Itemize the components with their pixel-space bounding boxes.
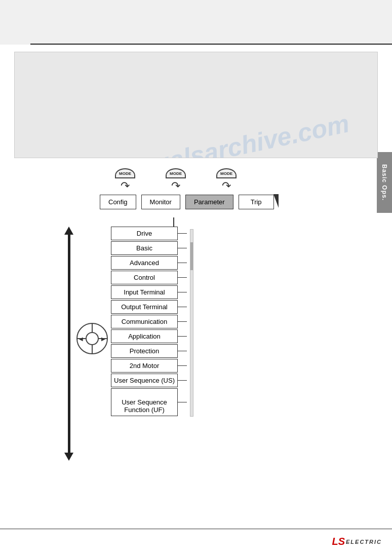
menu-row-basic: Basic <box>111 241 187 255</box>
menu-row-input-terminal: Input Terminal <box>111 285 187 299</box>
menu-line-user-seq-us <box>178 380 187 381</box>
mode-icon-1: MODE <box>115 168 135 178</box>
param-connector <box>173 217 174 227</box>
scroll-indicator <box>64 227 73 461</box>
mode-icon-2: MODE <box>166 168 186 178</box>
menu-item-output-terminal[interactable]: Output Terminal <box>111 300 178 314</box>
top-bar-line <box>30 44 392 45</box>
menu-line-application <box>178 336 187 337</box>
scroll-up-arrow <box>64 227 73 235</box>
nav-boxes-row: Config Monitor Parameter Trip <box>100 195 378 209</box>
mode-icon-3: MODE <box>216 168 237 178</box>
menu-item-control[interactable]: Control <box>111 271 178 284</box>
content-box: manualsarchive.com <box>14 52 378 158</box>
menu-items-column: Drive Basic Advanced <box>111 227 187 461</box>
menu-row-user-seq-uf: User Sequence Function (UF) <box>111 388 187 416</box>
watermark-area: manualsarchive.com <box>15 52 377 158</box>
menu-item-application[interactable]: Application <box>111 329 178 343</box>
svg-marker-0 <box>273 194 279 208</box>
menu-line-advanced <box>178 263 187 264</box>
menu-row-user-seq-us: User Sequence (US) <box>111 374 187 387</box>
menu-row-protection: Protection <box>111 344 187 358</box>
joystick-icon: ◀ ▶ <box>76 323 108 354</box>
joystick-wrapper: ◀ ▶ <box>76 323 108 461</box>
menu-line-2nd-motor <box>178 365 187 366</box>
menu-item-protection[interactable]: Protection <box>111 344 178 358</box>
menu-row-drive: Drive <box>111 227 187 240</box>
scrollbar-track[interactable] <box>190 229 193 417</box>
mode-group-2: MODE ↷ <box>166 168 186 193</box>
menu-line-drive <box>178 233 187 234</box>
logo-electric: ELECTRIC <box>346 539 382 545</box>
joystick-inner-circle <box>86 332 99 345</box>
menu-row-communication: Communication <box>111 315 187 328</box>
menu-row-output-terminal: Output Terminal <box>111 300 187 314</box>
right-tab-basic-ops: Basic Ops. <box>377 152 392 213</box>
menu-item-communication[interactable]: Communication <box>111 315 178 328</box>
nav-monitor[interactable]: Monitor <box>141 195 180 209</box>
joystick-left-arrow: ◀ <box>79 336 83 342</box>
ls-electric-logo: LS ELECTRIC <box>332 536 382 547</box>
menu-item-input-terminal[interactable]: Input Terminal <box>111 285 178 299</box>
joystick-right-arrow: ▶ <box>101 336 105 342</box>
menu-line-basic <box>178 248 187 249</box>
right-tab-label: Basic Ops. <box>381 164 388 201</box>
nav-trip[interactable]: Trip <box>239 195 274 209</box>
menu-section: ◀ ▶ Drive Basic <box>64 227 378 461</box>
menu-item-basic[interactable]: Basic <box>111 241 178 255</box>
main-content: manualsarchive.com <box>0 52 392 158</box>
diagram-area: MODE ↷ MODE ↷ MODE ↷ <box>14 168 378 461</box>
nav-parameter[interactable]: Parameter <box>185 195 233 209</box>
nav-config[interactable]: Config <box>100 195 136 209</box>
scroll-bar-line <box>68 235 70 453</box>
menu-line-output-terminal <box>178 307 187 308</box>
menu-item-drive[interactable]: Drive <box>111 227 178 240</box>
menu-row-2nd-motor: 2nd Motor <box>111 359 187 373</box>
scroll-down-arrow <box>64 453 73 461</box>
menu-item-user-seq-us[interactable]: User Sequence (US) <box>111 374 178 387</box>
scrollbar-thumb[interactable] <box>190 242 193 270</box>
menu-line-communication <box>178 321 187 322</box>
menu-item-advanced[interactable]: Advanced <box>111 256 178 270</box>
mode-arrow-1: ↷ <box>121 179 130 193</box>
mode-arrow-3: ↷ <box>222 179 231 193</box>
menu-row-application: Application <box>111 329 187 343</box>
menu-line-control <box>178 277 187 278</box>
mode-group-3: MODE ↷ <box>216 168 237 193</box>
mode-arrow-2: ↷ <box>171 179 180 193</box>
logo-ls: LS <box>332 536 345 547</box>
page-container: Basic Ops. manualsarchive.com MODE ↷ MOD <box>0 0 392 554</box>
mode-group-1: MODE ↷ <box>115 168 135 193</box>
menu-row-advanced: Advanced <box>111 256 187 270</box>
menu-item-user-seq-uf[interactable]: User Sequence Function (UF) <box>111 388 178 416</box>
mode-buttons-row: MODE ↷ MODE ↷ MODE ↷ <box>115 168 378 193</box>
footer: LS ELECTRIC <box>0 529 392 554</box>
top-bar <box>0 0 392 45</box>
menu-row-control: Control <box>111 271 187 284</box>
watermark-text: manualsarchive.com <box>101 108 352 158</box>
menu-line-protection <box>178 351 187 352</box>
menu-line-input-terminal <box>178 292 187 293</box>
menu-item-2nd-motor[interactable]: 2nd Motor <box>111 359 178 373</box>
menu-line-user-seq-uf <box>178 402 187 403</box>
